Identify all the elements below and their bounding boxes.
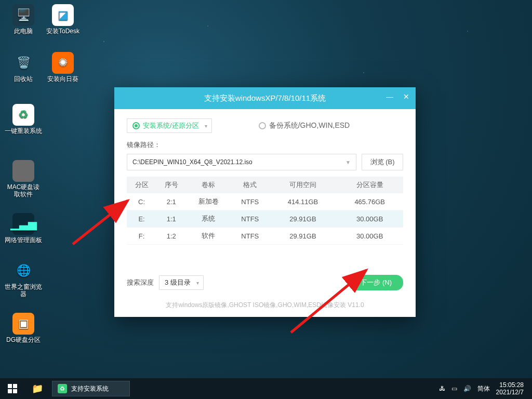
radio-dot-icon (259, 122, 266, 129)
ime-indicator[interactable]: 简体 (477, 384, 490, 393)
support-hint: 支持windows原版镜像,GHOST ISO镜像,GHO,WIM,ESD镜像安… (127, 301, 403, 310)
col-free: 可用空间 (270, 177, 337, 193)
window-title: 支持安装windowsXP/7/8/10/11系统 (204, 94, 326, 103)
network-icon[interactable]: 🖧 (439, 385, 445, 392)
svg-rect-3 (13, 384, 17, 388)
desktop-icon-mac-disk-reader[interactable]: MAC硬盘读 取软件 (4, 160, 43, 198)
image-path-value: C:\DEEPIN_WIN10_X64_Q8_V2021.12.iso (132, 158, 252, 166)
desktop-icon-dg-partition[interactable]: ▣DG硬盘分区 (4, 313, 43, 343)
table-row[interactable]: F: 1:2 软件 NTFS 29.91GB 30.00GB (127, 228, 403, 245)
svg-rect-5 (13, 389, 17, 393)
desktop-icon-theworld-browser[interactable]: 🌐世界之窗浏览 器 (4, 260, 43, 298)
window-titlebar[interactable]: 支持安装windowsXP/7/8/10/11系统 — ✕ (114, 87, 416, 109)
clock-date: 2021/12/7 (496, 389, 524, 396)
partition-table: 分区 序号 卷标 格式 可用空间 分区容量 C: 2:1 新加卷 NTFS 41… (127, 177, 403, 245)
radio-backup[interactable]: 备份系统/GHO,WIN,ESD (259, 121, 350, 130)
chevron-down-icon: ▼ (345, 159, 351, 165)
windows-logo-icon (8, 384, 17, 393)
minimize-button[interactable]: — (384, 91, 395, 102)
col-number: 序号 (156, 177, 186, 193)
image-path-label: 镜像路径： (127, 140, 403, 150)
col-drive: 分区 (127, 177, 156, 193)
folder-icon: 📁 (32, 383, 43, 394)
start-button[interactable] (0, 378, 25, 399)
close-button[interactable]: ✕ (401, 91, 411, 102)
radio-install-restore[interactable]: 安装系统/还原分区 (127, 118, 212, 133)
taskbar: 📁 ♻ 支持安装系统 🖧 ▭ 🔊 简体 15:05:28 2021/12/7 (0, 378, 532, 399)
svg-rect-4 (8, 389, 12, 393)
installer-task-icon: ♻ (58, 384, 67, 393)
clock-time: 15:05:28 (496, 381, 524, 389)
radio-install-label: 安装系统/还原分区 (143, 121, 199, 130)
radio-dot-icon (132, 122, 140, 129)
volume-icon[interactable]: 🔊 (463, 385, 471, 392)
col-format: 格式 (231, 177, 270, 193)
search-depth-value: 3 级目录 (165, 278, 191, 287)
installer-window: 支持安装windowsXP/7/8/10/11系统 — ✕ 安装系统/还原分区 … (114, 87, 416, 317)
desktop-icon-onekey-reinstall[interactable]: ♻一键重装系统 (4, 104, 43, 135)
table-row[interactable]: C: 2:1 新加卷 NTFS 414.11GB 465.76GB (127, 193, 403, 210)
image-path-combo[interactable]: C:\DEEPIN_WIN10_X64_Q8_V2021.12.iso ▼ (127, 154, 356, 170)
desktop-icon-install-todesk[interactable]: ◪安装ToDesk (44, 4, 82, 35)
taskbar-task-label: 支持安装系统 (71, 384, 109, 393)
browse-button[interactable]: 浏览 (B) (362, 154, 403, 170)
desktop-icon-network-panel[interactable]: ▁▃▅网络管理面板 (4, 213, 43, 244)
next-button[interactable]: 下一步 (N) (349, 275, 403, 290)
desktop-icon-recycle-bin[interactable]: 🗑️回收站 (4, 52, 43, 83)
radio-backup-label: 备份系统/GHO,WIN,ESD (269, 121, 350, 130)
taskbar-clock[interactable]: 15:05:28 2021/12/7 (496, 381, 527, 396)
file-explorer-button[interactable]: 📁 (25, 378, 50, 399)
taskbar-task-installer[interactable]: ♻ 支持安装系统 (52, 381, 130, 396)
action-center-icon[interactable]: ▭ (451, 385, 457, 392)
col-label: 卷标 (186, 177, 231, 193)
col-total: 分区容量 (336, 177, 403, 193)
desktop-icon-install-sunflower[interactable]: ✺安装向日葵 (44, 52, 82, 83)
system-tray: 🖧 ▭ 🔊 简体 15:05:28 2021/12/7 (434, 381, 532, 396)
svg-rect-2 (8, 384, 12, 388)
desktop-icon-this-pc[interactable]: 🖥️此电脑 (4, 4, 43, 35)
search-depth-label: 搜索深度 (127, 278, 154, 287)
table-row[interactable]: E: 1:1 系统 NTFS 29.91GB 30.00GB (127, 210, 403, 228)
search-depth-select[interactable]: 3 级目录 (159, 275, 204, 290)
